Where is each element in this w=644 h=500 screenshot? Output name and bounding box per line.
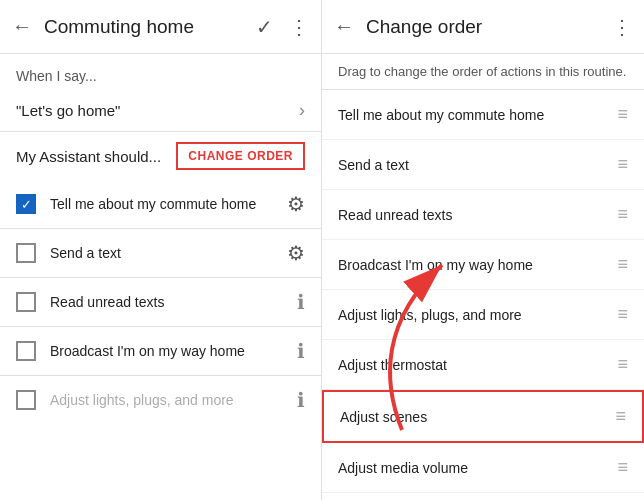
change-order-button[interactable]: CHANGE ORDER [176, 142, 305, 170]
chevron-icon: › [299, 100, 305, 121]
right-panel: ← Change order ⋮ Drag to change the orde… [322, 0, 644, 500]
right-instruction: Drag to change the order of actions in t… [322, 54, 644, 90]
action-item: Adjust lights, plugs, and moreℹ [0, 376, 321, 424]
should-row: My Assistant should... CHANGE ORDER [0, 132, 321, 180]
when-label: When I say... [0, 54, 321, 90]
left-title: Commuting home [44, 16, 256, 38]
action-item: Read unread textsℹ [0, 278, 321, 326]
action-text-read-texts: Read unread texts [50, 293, 289, 311]
action-text-broadcast: Broadcast I'm on my way home [50, 342, 289, 360]
checkbox-lights[interactable] [16, 390, 36, 410]
gear-icon-tell-commute[interactable]: ⚙ [287, 192, 305, 216]
drag-handle-r-scenes[interactable]: ≡ [615, 406, 626, 427]
info-icon-lights[interactable]: ℹ [297, 388, 305, 412]
drag-handle-r-read-texts[interactable]: ≡ [617, 204, 628, 225]
order-item-r-scenes[interactable]: Adjust scenes≡ [322, 390, 644, 443]
order-text-r-tell-commute: Tell me about my commute home [338, 107, 609, 123]
order-item-r-lights[interactable]: Adjust lights, plugs, and more≡ [322, 290, 644, 340]
order-text-r-scenes: Adjust scenes [340, 409, 607, 425]
left-panel: ← Commuting home ✓ ⋮ When I say... "Let'… [0, 0, 322, 500]
order-item-r-media[interactable]: Adjust media volume≡ [322, 443, 644, 493]
checkbox-read-texts[interactable] [16, 292, 36, 312]
checkbox-tell-commute[interactable] [16, 194, 36, 214]
trigger-text: "Let's go home" [16, 102, 299, 119]
order-text-r-broadcast: Broadcast I'm on my way home [338, 257, 609, 273]
action-item: Send a text⚙ [0, 229, 321, 277]
order-item-r-thermostat[interactable]: Adjust thermostat≡ [322, 340, 644, 390]
gear-icon-send-text[interactable]: ⚙ [287, 241, 305, 265]
drag-handle-r-lights[interactable]: ≡ [617, 304, 628, 325]
back-icon[interactable]: ← [12, 15, 32, 38]
info-icon-read-texts[interactable]: ℹ [297, 290, 305, 314]
right-title: Change order [366, 16, 612, 38]
order-text-r-thermostat: Adjust thermostat [338, 357, 609, 373]
info-icon-broadcast[interactable]: ℹ [297, 339, 305, 363]
should-label: My Assistant should... [16, 148, 176, 165]
order-item-r-read-texts[interactable]: Read unread texts≡ [322, 190, 644, 240]
drag-handle-r-broadcast[interactable]: ≡ [617, 254, 628, 275]
order-text-r-media: Adjust media volume [338, 460, 609, 476]
check-icon[interactable]: ✓ [256, 15, 273, 39]
order-text-r-send-text: Send a text [338, 157, 609, 173]
action-text-lights: Adjust lights, plugs, and more [50, 391, 289, 409]
order-text-r-lights: Adjust lights, plugs, and more [338, 307, 609, 323]
action-item: Broadcast I'm on my way homeℹ [0, 327, 321, 375]
order-item-r-broadcast[interactable]: Broadcast I'm on my way home≡ [322, 240, 644, 290]
right-header: ← Change order ⋮ [322, 0, 644, 54]
order-item-r-tell-commute[interactable]: Tell me about my commute home≡ [322, 90, 644, 140]
action-item: Tell me about my commute home⚙ [0, 180, 321, 228]
checkbox-broadcast[interactable] [16, 341, 36, 361]
right-back-icon[interactable]: ← [334, 15, 354, 38]
drag-handle-r-tell-commute[interactable]: ≡ [617, 104, 628, 125]
action-text-send-text: Send a text [50, 244, 279, 262]
more-icon-left[interactable]: ⋮ [289, 15, 309, 39]
drag-handle-r-media[interactable]: ≡ [617, 457, 628, 478]
action-text-tell-commute: Tell me about my commute home [50, 195, 279, 213]
more-icon-right[interactable]: ⋮ [612, 15, 632, 39]
left-header: ← Commuting home ✓ ⋮ [0, 0, 321, 54]
drag-handle-r-send-text[interactable]: ≡ [617, 154, 628, 175]
order-item-r-send-text[interactable]: Send a text≡ [322, 140, 644, 190]
drag-handle-r-thermostat[interactable]: ≡ [617, 354, 628, 375]
checkbox-send-text[interactable] [16, 243, 36, 263]
trigger-row[interactable]: "Let's go home" › [0, 90, 321, 131]
order-list: Tell me about my commute home≡Send a tex… [322, 90, 644, 500]
order-text-r-read-texts: Read unread texts [338, 207, 609, 223]
action-list: Tell me about my commute home⚙Send a tex… [0, 180, 321, 500]
